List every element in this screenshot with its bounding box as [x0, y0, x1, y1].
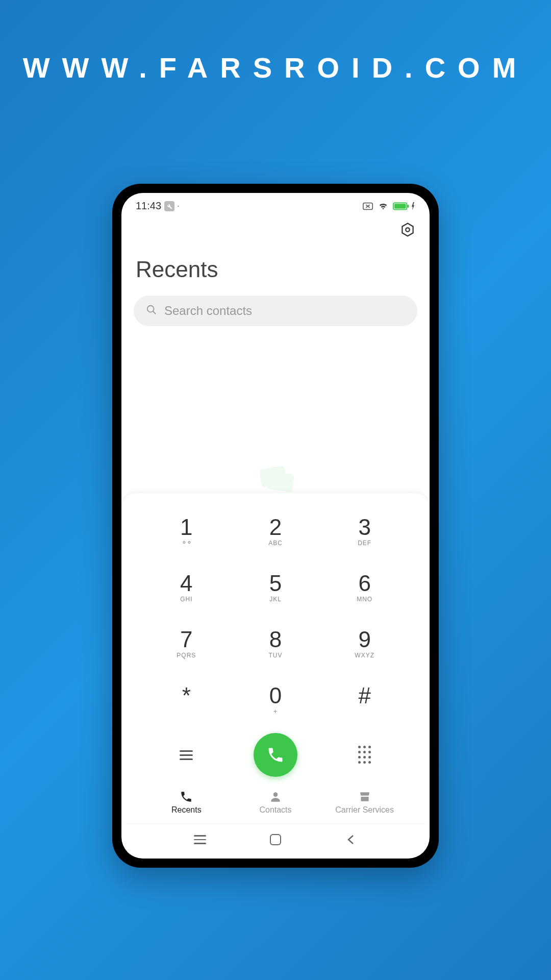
settings-icon[interactable] [400, 222, 415, 239]
key-hash[interactable]: # [320, 672, 409, 728]
app-header [121, 215, 430, 244]
key-7[interactable]: 7 PQRS [142, 616, 231, 672]
digit: 9 [358, 628, 370, 651]
search-input[interactable]: Search contacts [134, 296, 417, 326]
status-left: 11:43 • [136, 200, 179, 212]
empty-recents-area [121, 330, 430, 493]
square-icon [270, 834, 281, 845]
digit: 3 [358, 516, 370, 538]
dialpad-grid-icon [358, 746, 371, 764]
digit: 6 [358, 572, 370, 595]
letters [363, 708, 365, 715]
battery-icon [393, 202, 415, 210]
letters: DEF [358, 540, 371, 547]
nav-home-button[interactable] [268, 834, 283, 845]
key-1[interactable]: 1 ⚬⚬ [142, 503, 231, 559]
key-5[interactable]: 5 JKL [231, 559, 320, 616]
status-right [362, 202, 415, 211]
phone-icon [266, 746, 285, 764]
phone-screen: 11:43 • [121, 193, 430, 859]
key-2[interactable]: 2 ABC [231, 503, 320, 559]
tab-label: Contacts [259, 805, 291, 815]
key-3[interactable]: 3 DEF [320, 503, 409, 559]
no-sim-icon [362, 202, 373, 211]
svg-point-8 [273, 792, 278, 797]
digit: 4 [180, 572, 192, 595]
person-icon [269, 790, 282, 803]
digit: * [182, 684, 191, 707]
digit: 0 [269, 684, 282, 707]
tab-recents[interactable]: Recents [142, 790, 231, 815]
voicemail-icon: ⚬⚬ [181, 538, 191, 547]
letters: WXYZ [355, 652, 374, 659]
wifi-icon [378, 202, 389, 211]
letters: GHI [180, 596, 192, 603]
page-title: Recents [121, 244, 430, 291]
letters: PQRS [177, 652, 196, 659]
svg-point-4 [406, 228, 410, 232]
key-6[interactable]: 6 MNO [320, 559, 409, 616]
call-button[interactable] [254, 733, 297, 777]
key-0[interactable]: 0 + [231, 672, 320, 728]
digit: 1 [180, 516, 192, 538]
letters: ABC [268, 540, 283, 547]
dialpad-grid: 1 ⚬⚬ 2 ABC 3 DEF 4 GHI 5 JKL [142, 503, 409, 728]
dialpad-actions [142, 728, 409, 786]
letters: JKL [269, 596, 282, 603]
dev-tools-icon [164, 201, 174, 211]
phone-icon [180, 790, 193, 803]
tab-carrier-services[interactable]: Carrier Services [320, 790, 409, 815]
hamburger-icon [180, 750, 193, 760]
watermark-text: WWW.FARSROID.COM [23, 51, 529, 84]
tab-contacts[interactable]: Contacts [231, 790, 320, 815]
letters: MNO [357, 596, 372, 603]
status-time: 11:43 [136, 200, 161, 212]
search-icon [146, 304, 157, 317]
letters [185, 708, 187, 715]
status-bar: 11:43 • [121, 193, 430, 215]
svg-rect-2 [394, 204, 406, 208]
digit: 7 [180, 628, 192, 651]
store-icon [358, 790, 371, 803]
notification-dot: • [178, 204, 179, 208]
dialpad-toggle-button[interactable] [358, 746, 371, 764]
tab-label: Carrier Services [335, 805, 394, 815]
key-9[interactable]: 9 WXYZ [320, 616, 409, 672]
system-nav-bar [121, 823, 430, 859]
key-4[interactable]: 4 GHI [142, 559, 231, 616]
key-star[interactable]: * [142, 672, 231, 728]
letters: + [273, 708, 278, 715]
digit: 8 [269, 628, 282, 651]
tab-label: Recents [171, 805, 202, 815]
digit: 2 [269, 516, 282, 538]
search-placeholder: Search contacts [164, 304, 252, 318]
svg-rect-7 [267, 471, 294, 493]
letters: TUV [268, 652, 282, 659]
key-8[interactable]: 8 TUV [231, 616, 320, 672]
nav-back-button[interactable] [343, 834, 359, 845]
empty-state-illustration [245, 462, 306, 498]
svg-rect-3 [407, 205, 409, 208]
menu-button[interactable] [180, 750, 193, 760]
nav-recent-apps-button[interactable] [192, 834, 208, 845]
digit: # [358, 684, 370, 707]
phone-frame: 11:43 • [112, 184, 439, 868]
svg-point-5 [147, 306, 154, 312]
digit: 5 [269, 572, 282, 595]
dialpad: 1 ⚬⚬ 2 ABC 3 DEF 4 GHI 5 JKL [121, 493, 430, 823]
bottom-tabs: Recents Contacts Carrier Services [142, 786, 409, 823]
menu-icon [194, 835, 206, 844]
chevron-left-icon [346, 834, 356, 845]
